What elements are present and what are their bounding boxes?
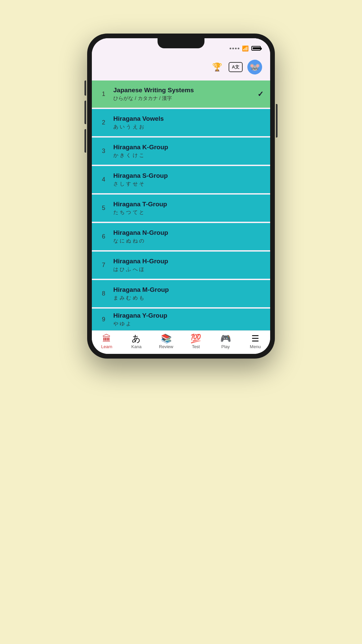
lesson-content: Hiragana S-Group さ し す せ そ: [109, 172, 263, 187]
lesson-content: Hiragana Y-Group や ゆ よ: [109, 312, 263, 327]
lesson-list: 1 Japanese Writing Systems ひらがな / カタカナ /…: [92, 80, 270, 330]
lesson-subtitle: は ひ ふ へ ほ: [113, 266, 263, 273]
lesson-title: Japanese Writing Systems: [113, 87, 257, 94]
lesson-subtitle: や ゆ よ: [113, 321, 263, 327]
dot2: [232, 48, 234, 49]
lesson-num: 6: [99, 233, 109, 240]
phone-frame: 📶 🏆 A文 🐭 1 Japanese Writing Systems ひらがな…: [87, 34, 275, 359]
nav-item-menu[interactable]: ☰ Menu: [244, 334, 267, 349]
review-nav-icon: 📚: [161, 334, 172, 343]
lesson-content: Japanese Writing Systems ひらがな / カタカナ / 漢…: [109, 87, 257, 102]
learn-nav-icon: 🏛: [102, 334, 111, 343]
dot1: [230, 48, 231, 49]
lesson-num: 9: [99, 316, 109, 323]
battery-fill: [253, 47, 260, 49]
lesson-title: Hiragana H-Group: [113, 258, 263, 265]
phone-screen: 📶 🏆 A文 🐭 1 Japanese Writing Systems ひらがな…: [92, 38, 270, 354]
lesson-check-icon: ✓: [257, 90, 263, 99]
lesson-title: Hiragana N-Group: [113, 229, 263, 236]
lesson-subtitle: あ い う え お: [113, 124, 263, 130]
dot3: [235, 48, 237, 49]
lesson-title: Hiragana Vowels: [113, 115, 263, 122]
lesson-title: Hiragana T-Group: [113, 201, 263, 208]
app-header: 🏆 A文 🐭: [92, 56, 270, 80]
battery-icon: [251, 46, 261, 51]
lesson-item-1[interactable]: 1 Japanese Writing Systems ひらがな / カタカナ /…: [92, 80, 270, 108]
play-nav-label: Play: [221, 344, 230, 349]
lesson-title: Hiragana M-Group: [113, 286, 263, 293]
lesson-subtitle: な に ぬ ね の: [113, 238, 263, 244]
bottom-nav: 🏛 Learn あ Kana 📚 Review 💯 Test 🎮 Play ☰ …: [92, 330, 270, 354]
lesson-subtitle: か き く け こ: [113, 152, 263, 159]
lesson-content: Hiragana T-Group た ち つ て と: [109, 201, 263, 216]
lesson-num: 8: [99, 290, 109, 297]
lesson-item-7[interactable]: 7 Hiragana H-Group は ひ ふ へ ほ: [92, 252, 270, 279]
menu-nav-icon: ☰: [251, 334, 259, 343]
nav-item-test[interactable]: 💯 Test: [184, 334, 207, 349]
lesson-title: Hiragana S-Group: [113, 172, 263, 179]
test-nav-icon: 💯: [190, 334, 201, 343]
translate-button[interactable]: A文: [229, 62, 243, 72]
dot4: [238, 48, 239, 49]
lesson-content: Hiragana H-Group は ひ ふ へ ほ: [109, 258, 263, 273]
nav-item-kana[interactable]: あ Kana: [125, 334, 148, 349]
lesson-content: Hiragana N-Group な に ぬ ね の: [109, 229, 263, 244]
notch: [158, 38, 204, 48]
lesson-num: 1: [99, 91, 109, 98]
lesson-subtitle: ま み む め も: [113, 295, 263, 301]
lesson-title: Hiragana K-Group: [113, 144, 263, 151]
lesson-item-8[interactable]: 8 Hiragana M-Group ま み む め も: [92, 280, 270, 307]
lesson-num: 4: [99, 176, 109, 183]
lesson-item-6[interactable]: 6 Hiragana N-Group な に ぬ ね の: [92, 223, 270, 250]
menu-nav-label: Menu: [250, 344, 261, 349]
lesson-title: Hiragana Y-Group: [113, 312, 263, 319]
lesson-num: 3: [99, 148, 109, 155]
review-nav-label: Review: [159, 344, 173, 349]
status-icons: 📶: [230, 45, 261, 52]
side-button-mute: [84, 80, 86, 96]
lesson-item-2[interactable]: 2 Hiragana Vowels あ い う え お: [92, 109, 270, 136]
kana-nav-icon: あ: [132, 334, 141, 343]
lesson-num: 5: [99, 205, 109, 212]
side-button-vol-up: [84, 101, 86, 124]
lesson-content: Hiragana K-Group か き く け こ: [109, 144, 263, 159]
lesson-item-4[interactable]: 4 Hiragana S-Group さ し す せ そ: [92, 166, 270, 193]
kana-nav-label: Kana: [131, 344, 141, 349]
avatar-button[interactable]: 🐭: [247, 60, 262, 74]
side-button-vol-down: [84, 129, 86, 153]
lesson-content: Hiragana M-Group ま み む め も: [109, 286, 263, 301]
play-nav-icon: 🎮: [220, 334, 231, 343]
signal-dots: [230, 48, 239, 49]
trophy-button[interactable]: 🏆: [210, 60, 224, 74]
nav-item-review[interactable]: 📚 Review: [155, 334, 178, 349]
lesson-num: 7: [99, 262, 109, 269]
lesson-item-5[interactable]: 5 Hiragana T-Group た ち つ て と: [92, 195, 270, 222]
lesson-subtitle: さ し す せ そ: [113, 181, 263, 187]
header-icons: 🏆 A文 🐭: [210, 60, 262, 74]
test-nav-label: Test: [192, 344, 200, 349]
lesson-content: Hiragana Vowels あ い う え お: [109, 115, 263, 130]
lesson-item-9[interactable]: 9 Hiragana Y-Group や ゆ よ: [92, 309, 270, 330]
learn-nav-label: Learn: [101, 344, 112, 349]
nav-item-play[interactable]: 🎮 Play: [214, 334, 237, 349]
lesson-item-3[interactable]: 3 Hiragana K-Group か き く け こ: [92, 138, 270, 165]
lesson-subtitle: ひらがな / カタカナ / 漢字: [113, 95, 257, 102]
nav-item-learn[interactable]: 🏛 Learn: [95, 334, 118, 349]
wifi-icon: 📶: [242, 45, 249, 52]
lesson-subtitle: た ち つ て と: [113, 209, 263, 216]
side-button-power: [276, 104, 278, 138]
lesson-num: 2: [99, 119, 109, 126]
